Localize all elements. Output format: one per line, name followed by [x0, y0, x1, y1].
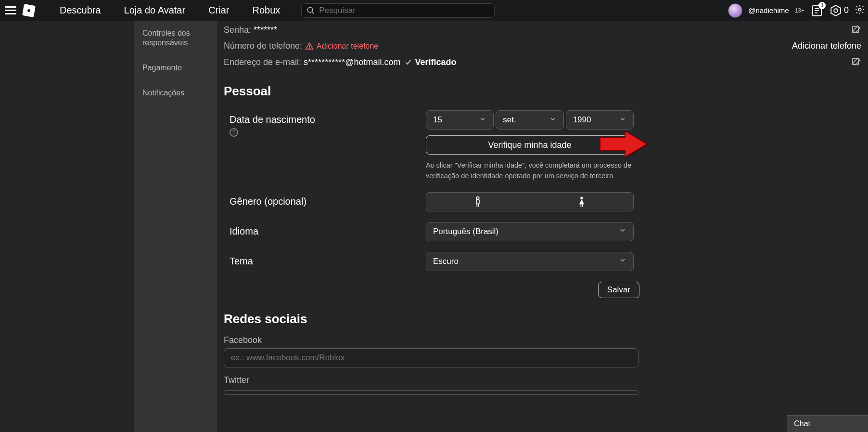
robux-icon [830, 4, 842, 17]
svg-point-11 [309, 48, 310, 49]
phone-warning-text: Adicionar telefone [317, 42, 378, 51]
verify-age-note: Ao clicar "Verificar minha idade", você … [426, 160, 634, 182]
theme-select[interactable]: Escuro [426, 252, 634, 271]
nav-criar[interactable]: Criar [197, 5, 241, 16]
notification-badge: 1 [818, 2, 826, 9]
svg-rect-15 [476, 199, 479, 204]
language-value: Português (Brasil) [433, 227, 498, 236]
edit-password-icon[interactable] [851, 25, 861, 35]
gender-female-button[interactable] [530, 192, 634, 211]
svg-point-8 [858, 8, 861, 11]
chevron-down-icon [619, 115, 626, 125]
search-icon [306, 6, 315, 15]
sidebar-item-parental-controls[interactable]: Controles dos responsáveis [134, 21, 217, 55]
check-icon [404, 58, 412, 66]
nav-loja-avatar[interactable]: Loja do Avatar [113, 5, 197, 16]
section-pessoal-heading: Pessoal [224, 84, 861, 99]
email-verified-label: Verificado [415, 57, 456, 67]
email-verified: Verificado [404, 57, 456, 67]
form-row-gender: Gênero (opcional) [224, 189, 861, 219]
search-box[interactable] [301, 3, 495, 18]
verify-age-button[interactable]: Verifique minha idade [426, 135, 634, 155]
theme-label: Tema [230, 256, 253, 267]
topbar-right: @nadiehime 13+ 1 0 [728, 0, 865, 21]
dob-day-value: 15 [433, 115, 442, 125]
warning-icon [305, 42, 314, 51]
robux-balance[interactable]: 0 [830, 4, 849, 17]
svg-point-18 [580, 196, 583, 199]
age-tag: 13+ [795, 7, 804, 14]
twitter-label: Twitter [224, 375, 861, 385]
chat-tab[interactable]: Chat [787, 415, 868, 432]
notifications-icon[interactable]: 1 [810, 4, 824, 17]
row-phone: Número de telefone: Adicionar telefone A… [224, 38, 861, 54]
language-label: Idioma [230, 226, 258, 237]
section-social-heading: Redes sociais [224, 312, 861, 327]
robux-amount: 0 [844, 5, 849, 15]
facebook-label: Facebook [224, 335, 861, 345]
password-value: ******* [254, 25, 277, 35]
help-icon[interactable]: ? [230, 128, 238, 137]
settings-content: Senha: ******* Número de telefone: Adici… [217, 21, 868, 432]
form-row-language: Idioma Português (Brasil) [224, 219, 861, 249]
male-icon [473, 196, 483, 208]
top-navbar: Descubra Loja do Avatar Criar Robux @nad… [0, 0, 868, 21]
svg-point-7 [834, 9, 838, 13]
form-row-dob: Data de nascimento ? 15 set. 1990 [224, 107, 861, 189]
dob-year-select[interactable]: 1990 [566, 110, 634, 130]
gender-male-button[interactable] [426, 192, 530, 211]
nav-robux[interactable]: Robux [241, 5, 292, 16]
svg-point-14 [477, 196, 479, 199]
twitter-input[interactable] [224, 390, 638, 395]
add-phone-link[interactable]: Adicionar telefone [792, 41, 861, 51]
theme-value: Escuro [433, 257, 459, 266]
facebook-input[interactable] [224, 348, 638, 367]
nav-links: Descubra Loja do Avatar Criar Robux [48, 5, 292, 16]
chevron-down-icon [479, 115, 486, 125]
email-value: s***********@hotmail.com [304, 57, 400, 67]
save-button[interactable]: Salvar [598, 282, 639, 298]
dob-year-value: 1990 [573, 115, 591, 125]
email-label: Endereço de e-mail: [224, 57, 301, 67]
chevron-down-icon [619, 226, 626, 236]
phone-warning: Adicionar telefone [305, 42, 378, 51]
password-label: Senha: [224, 25, 251, 35]
menu-icon[interactable] [5, 5, 16, 16]
row-email: Endereço de e-mail: s***********@hotmail… [224, 54, 861, 70]
phone-label: Número de telefone: [224, 41, 302, 51]
sidebar-item-notifications[interactable]: Notificações [134, 80, 217, 105]
form-row-theme: Tema Escuro [224, 249, 861, 279]
edit-email-icon[interactable] [851, 57, 861, 67]
settings-sidebar: Controles dos responsáveis Pagamento Not… [134, 21, 217, 432]
dob-label: Data de nascimento [230, 114, 315, 125]
nav-descubra[interactable]: Descubra [48, 5, 113, 16]
language-select[interactable]: Português (Brasil) [426, 222, 634, 241]
gender-label: Gênero (opcional) [230, 196, 306, 207]
username-label[interactable]: @nadiehime [748, 6, 789, 14]
svg-line-1 [312, 12, 315, 14]
svg-point-0 [308, 7, 313, 13]
roblox-logo-icon[interactable] [22, 4, 36, 17]
row-password: Senha: ******* [224, 22, 861, 38]
svg-marker-6 [831, 5, 841, 16]
chevron-down-icon [619, 256, 626, 266]
dob-month-value: set. [503, 115, 516, 125]
dob-day-select[interactable]: 15 [426, 110, 494, 130]
settings-gear-icon[interactable] [855, 4, 865, 17]
avatar[interactable] [728, 3, 742, 18]
chevron-down-icon [549, 115, 557, 125]
dob-month-select[interactable]: set. [496, 110, 563, 130]
sidebar-item-payment[interactable]: Pagamento [134, 55, 217, 80]
search-input[interactable] [319, 6, 489, 15]
female-icon [577, 196, 587, 208]
